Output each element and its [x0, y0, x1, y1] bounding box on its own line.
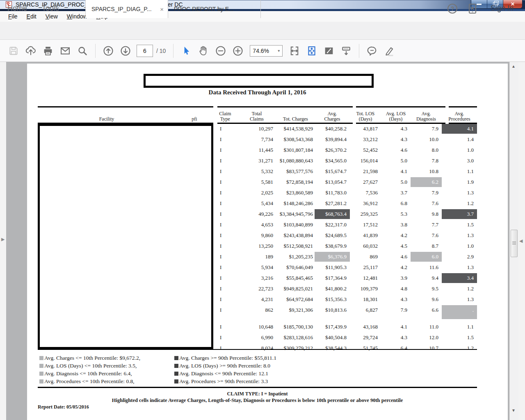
cell-avg-charges: $24,689.5	[315, 231, 350, 240]
select-tool-icon[interactable]	[180, 45, 192, 57]
table-rule	[449, 106, 477, 107]
cell-total-claims: 6,990	[237, 333, 276, 342]
zoom-level-value: 74.6%	[253, 48, 278, 54]
zoom-level-dropdown[interactable]: 74.6% ▾	[250, 45, 283, 57]
dock-toolbar-icon[interactable]	[340, 45, 352, 57]
document-subtitle: Data Received Through April 1, 2016	[38, 89, 477, 96]
tab-home[interactable]: Home	[7, 4, 27, 13]
sign-in-button[interactable]: Sign In	[491, 4, 514, 13]
legend-label: Avg. Charges >= 90th Percentile: $55,811…	[179, 355, 276, 361]
cell-avg-procedures: 1.3	[442, 262, 477, 272]
cell-avg-diagnosis: 9.8	[411, 209, 442, 219]
scroll-down-icon[interactable]: ▼	[511, 408, 516, 413]
legend-item: Avg. Charges >= 90th Percentile: $55,811…	[174, 354, 276, 362]
cell-avg-los: 7.9	[381, 305, 411, 315]
cell-avg-diagnosis: 11.0	[411, 322, 442, 332]
cell-avg-procedures: 1.1	[442, 167, 477, 176]
cell-avg-los: 3.9	[381, 273, 411, 283]
zoom-in-icon[interactable]	[232, 45, 244, 57]
redacted-header-box	[144, 74, 374, 88]
legend-label: Avg. Diagnosis <= 90th Percentile: 12.1	[179, 370, 268, 377]
cell-total-claims: 22,723	[237, 284, 276, 294]
cell-tot-los: 156,014	[350, 156, 381, 166]
cell-avg-diagnosis: 6.6	[411, 305, 442, 315]
mobile-device-icon[interactable]	[468, 3, 477, 14]
cell-avg-los: 4.6	[381, 252, 411, 262]
legend-column-high: Avg. Charges >= 90th Percentile: $55,811…	[174, 354, 276, 385]
cell-tot-charges: $243,438,894	[276, 231, 315, 240]
cell-total-claims: 5,581	[237, 177, 276, 187]
cell-avg-diagnosis: 7.8	[411, 156, 442, 166]
cell-avg-charges: $17,439.9	[315, 322, 350, 332]
cell-tot-los: 25,117	[350, 262, 381, 272]
page-total-label: / 10	[156, 48, 166, 54]
hand-tool-icon[interactable]	[197, 45, 210, 57]
left-panel-expand-icon[interactable]: ▶	[1, 237, 5, 242]
cell-avg-procedures: 1.9	[442, 177, 477, 187]
cell-avg-procedures: 1.2	[442, 343, 477, 353]
scrollbar-thumb[interactable]	[511, 230, 518, 257]
cell-avg-charges: $15,356.3	[315, 294, 350, 304]
cell-total-claims: 7,734	[237, 135, 276, 144]
header-facility: Facility	[38, 116, 176, 123]
cell-avg-procedures: 1.3	[442, 231, 477, 240]
legend-label: Avg. Procedures >= 90th Percentile: 3.3	[179, 378, 268, 385]
menu-edit[interactable]: Edit	[23, 12, 41, 21]
page-number-input[interactable]: 6	[137, 45, 153, 57]
menu-bar: File Edit View Window Help	[0, 11, 525, 22]
legend-item: Avg. Procedures <= 10th Percentile: 0.8,	[39, 377, 140, 385]
save-icon[interactable]	[7, 45, 20, 57]
cell-tot-los: 259,325	[350, 209, 381, 219]
search-icon[interactable]	[76, 45, 89, 57]
share-upload-icon[interactable]	[25, 45, 37, 57]
tab-close-icon[interactable]: ×	[160, 6, 164, 13]
previous-page-icon[interactable]	[102, 45, 114, 57]
help-icon[interactable]: ?	[447, 4, 457, 14]
zoom-out-icon[interactable]	[215, 45, 227, 57]
tab-document-active[interactable]: SPARCS_IP_DIAG_P... ×	[85, 0, 168, 18]
next-page-icon[interactable]	[119, 45, 132, 57]
fit-width-icon[interactable]	[288, 45, 301, 57]
fullscreen-icon[interactable]	[323, 45, 335, 57]
cell-tot-charges: $185,700,130	[276, 322, 315, 332]
comment-icon[interactable]	[366, 45, 378, 57]
cell-avg-charges: $39,894.4	[315, 135, 350, 144]
cell-avg-diagnosis: 8.0	[411, 145, 442, 155]
highlight-note: Highlighted cells indicate Average Charg…	[38, 397, 477, 404]
header-avg-diagnosis: Avg. Diagnosis	[411, 111, 442, 123]
fit-page-icon[interactable]	[306, 45, 318, 57]
cell-avg-diagnosis: 7.9	[411, 124, 442, 134]
print-icon[interactable]	[42, 45, 54, 57]
highlighter-icon[interactable]	[383, 45, 395, 57]
cell-avg-charges: $40,258.2	[315, 124, 350, 134]
table-rule	[356, 106, 445, 107]
cell-avg-los: 4.6	[381, 145, 411, 155]
cell-avg-los: 4.3	[381, 294, 411, 304]
cell-avg-diagnosis: 11.6	[411, 262, 442, 272]
cell-total-claims: 31,271	[237, 156, 276, 166]
cell-tot-los: 21,598	[350, 167, 381, 176]
legend-swatch-high	[174, 379, 178, 383]
cell-avg-diagnosis: 10.8	[411, 167, 442, 176]
header-avg-los: Avg. LOS (Days)	[381, 111, 411, 123]
right-panel-expand-icon[interactable]: ◀	[519, 238, 523, 244]
cell-tot-charges: $512,508,921	[276, 241, 315, 251]
cell-avg-diagnosis: 7.6	[411, 199, 442, 208]
cell-avg-charges: $68,763.4	[315, 209, 350, 219]
cell-avg-diagnosis: 9.4	[411, 273, 442, 283]
cell-avg-diagnosis: 10.7	[411, 343, 442, 353]
scroll-up-icon[interactable]: ▲	[511, 64, 516, 68]
cell-avg-los: 4.3	[381, 124, 411, 134]
email-icon[interactable]	[59, 45, 71, 57]
cell-avg-procedures: 1.2	[442, 284, 477, 294]
thumb-grip	[512, 244, 516, 244]
cell-tot-los: 18,301	[350, 294, 381, 304]
cell-tot-charges: $148,246,286	[276, 199, 315, 208]
menu-view[interactable]: View	[41, 12, 62, 21]
tab-tools[interactable]: Tools	[42, 4, 59, 13]
tab-document-inactive[interactable]: PROC REPORT by E...	[168, 0, 261, 18]
cell-avg-procedures: 3.0	[442, 156, 477, 166]
cell-tot-los: 12,481	[350, 273, 381, 283]
menu-file[interactable]: File	[4, 12, 22, 21]
cell-tot-charges: $55,845,465	[276, 273, 315, 283]
